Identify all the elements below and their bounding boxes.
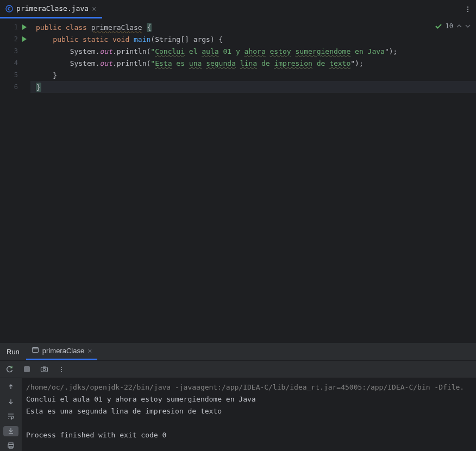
code-line: System.out.println("Conclui el aula 01 y… xyxy=(30,45,476,57)
inspections-widget[interactable]: 10 xyxy=(435,22,471,30)
svg-point-9 xyxy=(61,366,62,367)
console-exit-line: Process finished with exit code 0 xyxy=(26,431,166,439)
run-config-tab[interactable]: primeraClase × xyxy=(26,343,98,360)
code-area[interactable]: public class primeraClase { public stati… xyxy=(30,19,476,342)
run-main-gutter-icon[interactable] xyxy=(22,36,27,42)
chevron-up-icon[interactable] xyxy=(456,23,462,29)
run-config-icon xyxy=(32,346,39,355)
soft-wrap-icon[interactable] xyxy=(3,411,18,421)
rerun-icon[interactable] xyxy=(4,365,14,374)
run-tool-label: Run xyxy=(0,343,26,360)
svg-point-10 xyxy=(61,368,62,369)
editor-gutter: 1 2 3 4 5 6 xyxy=(0,19,30,342)
arrow-up-icon[interactable] xyxy=(3,381,18,392)
code-line: public static void main(String[] args) { xyxy=(30,33,476,45)
console-side-toolbar xyxy=(0,378,22,451)
line-number: 6 xyxy=(14,83,18,91)
stop-icon[interactable] xyxy=(22,365,32,374)
line-number: 1 xyxy=(14,23,18,31)
tab-filename: primeraClase.java xyxy=(16,4,89,12)
java-class-icon xyxy=(5,5,13,12)
line-number: 4 xyxy=(14,59,18,67)
console-stdout-line: Esta es una segunda lina de impresion de… xyxy=(26,407,222,415)
close-tab-icon[interactable]: × xyxy=(92,4,96,13)
console-command-line: /home/oc/.jdks/openjdk-22/bin/java -java… xyxy=(26,383,464,391)
code-line: System.out.println("Esta es una segunda … xyxy=(30,57,476,69)
svg-point-0 xyxy=(6,5,12,12)
console-output[interactable]: /home/oc/.jdks/openjdk-22/bin/java -java… xyxy=(22,378,476,451)
more-vert-icon[interactable] xyxy=(57,365,66,374)
arrow-down-icon[interactable] xyxy=(3,396,18,406)
svg-point-11 xyxy=(61,371,62,372)
code-editor[interactable]: 1 2 3 4 5 6 public class primeraClase { … xyxy=(0,19,476,342)
line-number: 3 xyxy=(14,47,18,55)
code-line: } xyxy=(30,69,476,81)
camera-icon[interactable] xyxy=(39,365,49,374)
line-number: 5 xyxy=(14,71,18,79)
scroll-to-end-icon[interactable] xyxy=(3,426,18,436)
editor-tab-bar: primeraClase.java × xyxy=(0,0,476,19)
run-tool-window-body: /home/oc/.jdks/openjdk-22/bin/java -java… xyxy=(0,378,476,451)
line-number: 2 xyxy=(14,35,18,43)
run-config-name: primeraClase xyxy=(42,347,84,355)
svg-rect-4 xyxy=(32,348,38,353)
run-class-gutter-icon[interactable] xyxy=(22,24,27,30)
svg-point-3 xyxy=(467,11,468,12)
print-icon[interactable] xyxy=(3,441,18,451)
close-run-tab-icon[interactable]: × xyxy=(87,347,92,355)
console-stdout-line: Conclui el aula 01 y ahora estoy sumergi… xyxy=(26,395,256,403)
tab-more-icon[interactable] xyxy=(460,0,476,18)
code-line: } xyxy=(30,81,476,93)
svg-point-7 xyxy=(43,368,45,371)
run-toolbar xyxy=(0,360,476,378)
check-icon xyxy=(435,22,442,30)
editor-tab[interactable]: primeraClase.java × xyxy=(0,0,102,18)
inspection-count: 10 xyxy=(446,22,453,30)
code-line: public class primeraClase { xyxy=(30,21,476,33)
run-tool-window-header: Run primeraClase × xyxy=(0,342,476,360)
svg-rect-8 xyxy=(43,367,46,368)
svg-point-1 xyxy=(467,7,468,8)
chevron-down-icon[interactable] xyxy=(465,23,471,29)
svg-point-2 xyxy=(467,9,468,10)
